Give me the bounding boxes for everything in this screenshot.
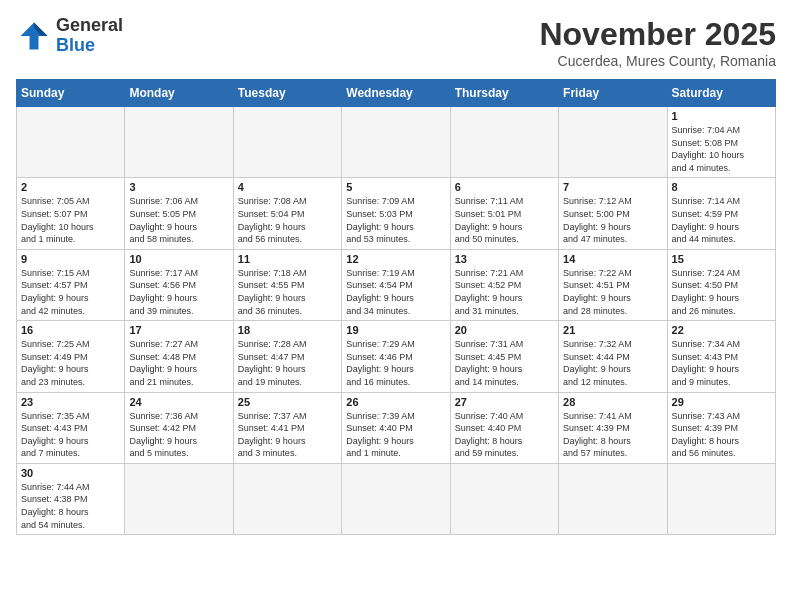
calendar-cell: 17Sunrise: 7:27 AM Sunset: 4:48 PM Dayli… (125, 321, 233, 392)
weekday-monday: Monday (125, 80, 233, 107)
day-info: Sunrise: 7:24 AM Sunset: 4:50 PM Dayligh… (672, 267, 771, 317)
day-info: Sunrise: 7:08 AM Sunset: 5:04 PM Dayligh… (238, 195, 337, 245)
logo-icon (16, 18, 52, 54)
weekday-sunday: Sunday (17, 80, 125, 107)
calendar-cell: 22Sunrise: 7:34 AM Sunset: 4:43 PM Dayli… (667, 321, 775, 392)
header: General Blue November 2025 Cucerdea, Mur… (16, 16, 776, 69)
day-info: Sunrise: 7:29 AM Sunset: 4:46 PM Dayligh… (346, 338, 445, 388)
day-number: 14 (563, 253, 662, 265)
calendar-cell: 29Sunrise: 7:43 AM Sunset: 4:39 PM Dayli… (667, 392, 775, 463)
day-number: 7 (563, 181, 662, 193)
day-number: 21 (563, 324, 662, 336)
day-number: 18 (238, 324, 337, 336)
logo-line2: Blue (56, 36, 123, 56)
calendar-cell: 5Sunrise: 7:09 AM Sunset: 5:03 PM Daylig… (342, 178, 450, 249)
calendar-cell (233, 463, 341, 534)
day-info: Sunrise: 7:28 AM Sunset: 4:47 PM Dayligh… (238, 338, 337, 388)
calendar-week-1: 1Sunrise: 7:04 AM Sunset: 5:08 PM Daylig… (17, 107, 776, 178)
calendar-cell: 26Sunrise: 7:39 AM Sunset: 4:40 PM Dayli… (342, 392, 450, 463)
calendar-cell: 9Sunrise: 7:15 AM Sunset: 4:57 PM Daylig… (17, 249, 125, 320)
day-info: Sunrise: 7:40 AM Sunset: 4:40 PM Dayligh… (455, 410, 554, 460)
day-info: Sunrise: 7:34 AM Sunset: 4:43 PM Dayligh… (672, 338, 771, 388)
day-info: Sunrise: 7:37 AM Sunset: 4:41 PM Dayligh… (238, 410, 337, 460)
month-title: November 2025 (539, 16, 776, 53)
calendar-cell (559, 463, 667, 534)
day-info: Sunrise: 7:05 AM Sunset: 5:07 PM Dayligh… (21, 195, 120, 245)
day-number: 28 (563, 396, 662, 408)
calendar-cell (450, 463, 558, 534)
day-number: 8 (672, 181, 771, 193)
calendar-week-5: 23Sunrise: 7:35 AM Sunset: 4:43 PM Dayli… (17, 392, 776, 463)
day-number: 13 (455, 253, 554, 265)
calendar-header: SundayMondayTuesdayWednesdayThursdayFrid… (17, 80, 776, 107)
calendar-cell (17, 107, 125, 178)
calendar-cell: 18Sunrise: 7:28 AM Sunset: 4:47 PM Dayli… (233, 321, 341, 392)
day-number: 4 (238, 181, 337, 193)
location-subtitle: Cucerdea, Mures County, Romania (539, 53, 776, 69)
day-info: Sunrise: 7:21 AM Sunset: 4:52 PM Dayligh… (455, 267, 554, 317)
calendar-week-3: 9Sunrise: 7:15 AM Sunset: 4:57 PM Daylig… (17, 249, 776, 320)
calendar-cell: 30Sunrise: 7:44 AM Sunset: 4:38 PM Dayli… (17, 463, 125, 534)
day-number: 12 (346, 253, 445, 265)
logo-line1: General (56, 16, 123, 36)
day-info: Sunrise: 7:12 AM Sunset: 5:00 PM Dayligh… (563, 195, 662, 245)
day-number: 15 (672, 253, 771, 265)
calendar-cell: 25Sunrise: 7:37 AM Sunset: 4:41 PM Dayli… (233, 392, 341, 463)
calendar: SundayMondayTuesdayWednesdayThursdayFrid… (16, 79, 776, 535)
day-info: Sunrise: 7:44 AM Sunset: 4:38 PM Dayligh… (21, 481, 120, 531)
calendar-cell: 13Sunrise: 7:21 AM Sunset: 4:52 PM Dayli… (450, 249, 558, 320)
day-info: Sunrise: 7:27 AM Sunset: 4:48 PM Dayligh… (129, 338, 228, 388)
day-number: 22 (672, 324, 771, 336)
day-info: Sunrise: 7:41 AM Sunset: 4:39 PM Dayligh… (563, 410, 662, 460)
calendar-cell (559, 107, 667, 178)
weekday-tuesday: Tuesday (233, 80, 341, 107)
day-number: 19 (346, 324, 445, 336)
day-info: Sunrise: 7:36 AM Sunset: 4:42 PM Dayligh… (129, 410, 228, 460)
calendar-cell: 1Sunrise: 7:04 AM Sunset: 5:08 PM Daylig… (667, 107, 775, 178)
calendar-cell: 20Sunrise: 7:31 AM Sunset: 4:45 PM Dayli… (450, 321, 558, 392)
day-number: 16 (21, 324, 120, 336)
calendar-cell: 10Sunrise: 7:17 AM Sunset: 4:56 PM Dayli… (125, 249, 233, 320)
day-info: Sunrise: 7:14 AM Sunset: 4:59 PM Dayligh… (672, 195, 771, 245)
calendar-cell (667, 463, 775, 534)
day-info: Sunrise: 7:17 AM Sunset: 4:56 PM Dayligh… (129, 267, 228, 317)
calendar-week-6: 30Sunrise: 7:44 AM Sunset: 4:38 PM Dayli… (17, 463, 776, 534)
calendar-cell (125, 463, 233, 534)
title-area: November 2025 Cucerdea, Mures County, Ro… (539, 16, 776, 69)
day-number: 5 (346, 181, 445, 193)
day-info: Sunrise: 7:39 AM Sunset: 4:40 PM Dayligh… (346, 410, 445, 460)
day-number: 27 (455, 396, 554, 408)
calendar-cell: 11Sunrise: 7:18 AM Sunset: 4:55 PM Dayli… (233, 249, 341, 320)
calendar-cell: 28Sunrise: 7:41 AM Sunset: 4:39 PM Dayli… (559, 392, 667, 463)
calendar-cell: 12Sunrise: 7:19 AM Sunset: 4:54 PM Dayli… (342, 249, 450, 320)
day-number: 25 (238, 396, 337, 408)
weekday-saturday: Saturday (667, 80, 775, 107)
calendar-cell: 7Sunrise: 7:12 AM Sunset: 5:00 PM Daylig… (559, 178, 667, 249)
calendar-cell: 19Sunrise: 7:29 AM Sunset: 4:46 PM Dayli… (342, 321, 450, 392)
day-info: Sunrise: 7:11 AM Sunset: 5:01 PM Dayligh… (455, 195, 554, 245)
day-info: Sunrise: 7:35 AM Sunset: 4:43 PM Dayligh… (21, 410, 120, 460)
weekday-wednesday: Wednesday (342, 80, 450, 107)
day-number: 29 (672, 396, 771, 408)
day-info: Sunrise: 7:19 AM Sunset: 4:54 PM Dayligh… (346, 267, 445, 317)
day-number: 24 (129, 396, 228, 408)
day-number: 6 (455, 181, 554, 193)
day-info: Sunrise: 7:25 AM Sunset: 4:49 PM Dayligh… (21, 338, 120, 388)
day-info: Sunrise: 7:32 AM Sunset: 4:44 PM Dayligh… (563, 338, 662, 388)
logo: General Blue (16, 16, 123, 56)
day-info: Sunrise: 7:22 AM Sunset: 4:51 PM Dayligh… (563, 267, 662, 317)
day-number: 1 (672, 110, 771, 122)
day-info: Sunrise: 7:43 AM Sunset: 4:39 PM Dayligh… (672, 410, 771, 460)
calendar-cell (342, 463, 450, 534)
day-number: 23 (21, 396, 120, 408)
calendar-cell (125, 107, 233, 178)
calendar-week-4: 16Sunrise: 7:25 AM Sunset: 4:49 PM Dayli… (17, 321, 776, 392)
calendar-cell: 27Sunrise: 7:40 AM Sunset: 4:40 PM Dayli… (450, 392, 558, 463)
calendar-cell: 16Sunrise: 7:25 AM Sunset: 4:49 PM Dayli… (17, 321, 125, 392)
calendar-cell: 3Sunrise: 7:06 AM Sunset: 5:05 PM Daylig… (125, 178, 233, 249)
calendar-cell: 6Sunrise: 7:11 AM Sunset: 5:01 PM Daylig… (450, 178, 558, 249)
calendar-cell (450, 107, 558, 178)
calendar-cell (233, 107, 341, 178)
calendar-cell: 8Sunrise: 7:14 AM Sunset: 4:59 PM Daylig… (667, 178, 775, 249)
day-number: 11 (238, 253, 337, 265)
